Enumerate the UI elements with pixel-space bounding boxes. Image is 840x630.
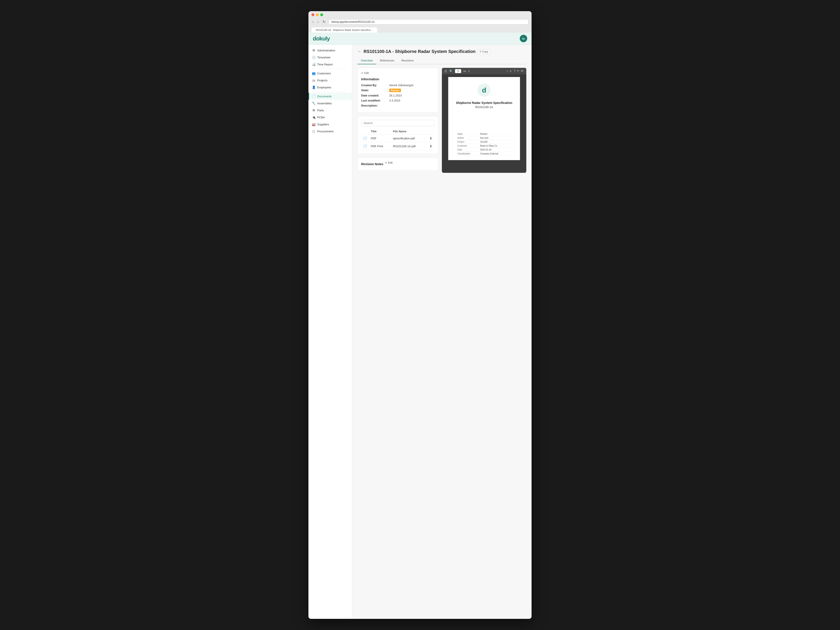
pdf-meta-row-3: Customer Boats & Ships Co: [456, 144, 512, 148]
sidebar-item-documents[interactable]: 📄 Documents: [308, 93, 352, 100]
revision-notes-card: Revision Notes ✏ Edit: [357, 158, 438, 171]
copy-button[interactable]: ⎘ Copy: [478, 49, 490, 54]
sidebar-item-parts[interactable]: ⚙ Parts: [308, 107, 352, 114]
pdf-expand-icon[interactable]: ≫: [521, 69, 524, 73]
pdf-zoom-in-button[interactable]: +: [510, 69, 512, 73]
browser-forward-button[interactable]: ›: [317, 19, 319, 24]
sidebar-item-employees[interactable]: 👤 Employees: [308, 84, 352, 91]
revision-notes-header: Revision Notes ✏ Edit: [361, 161, 435, 167]
pdf-annotate-icon[interactable]: ✏: [517, 69, 519, 73]
pdf-meta-table: State Review Author test user Project: [456, 132, 512, 156]
pdf-doc-number: RS101100-1A: [475, 106, 493, 109]
sidebar-item-suppliers[interactable]: 🏭 Suppliers: [308, 121, 352, 128]
file-icon-0: 📄: [363, 136, 367, 140]
last-modified-label: Last modified:: [361, 99, 387, 102]
page-title-row: ← RS101100-1A - Shipborne Radar System S…: [357, 49, 526, 54]
procurement-icon: 🛒: [312, 129, 316, 133]
state-badge: Review: [389, 88, 401, 92]
address-bar[interactable]: dokuly.app/documents/RS101100-1A: [328, 19, 529, 25]
window-close-dot[interactable]: [311, 13, 314, 16]
created-by-value: Henrik Gårdvangsli: [389, 84, 414, 87]
pdf-meta-key-0: State: [456, 132, 478, 136]
pdf-preview-container: ☰ 🔍 av 2 − + T ✏ ≫: [442, 68, 526, 173]
created-by-label: Created By:: [361, 84, 387, 87]
pdf-search-icon[interactable]: 🔍: [449, 69, 453, 73]
pdf-text-icon[interactable]: T: [514, 69, 516, 73]
browser-tab[interactable]: RS101100-1A - Shipborne Radar System Spe…: [311, 27, 377, 33]
info-row-date-created: Date created: 26.1.2023: [361, 94, 435, 97]
info-row-last-modified: Last modified: 3.3.2023: [361, 99, 435, 102]
projects-icon: 🗂: [312, 79, 316, 82]
files-table: Title File Name 📄 PDF spce: [361, 128, 435, 150]
revision-notes-edit-icon: ✏: [385, 161, 387, 164]
timesheet-icon: 🕐: [312, 55, 316, 59]
state-label: State:: [361, 88, 387, 92]
pdf-page-input[interactable]: [455, 69, 461, 73]
pdf-meta-row-5: Classification Company External: [456, 152, 512, 156]
file-row-0: 📄 PDF spcecification.pdf ⬇: [361, 134, 435, 142]
pdf-meta-row-4: Date 2023-01-26: [456, 148, 512, 152]
pdf-zoom-out-button[interactable]: −: [506, 69, 508, 73]
right-column: ☰ 🔍 av 2 − + T ✏ ≫: [442, 68, 526, 173]
sidebar-item-administration[interactable]: ⚙ Administration: [308, 47, 352, 54]
user-avatar[interactable]: tu: [520, 35, 527, 42]
pdf-meta-key-1: Author: [456, 136, 478, 140]
sidebar-item-timesheet[interactable]: 🕐 Timesheet: [308, 54, 352, 61]
sidebar-item-pcba[interactable]: 🔌 PCBA: [308, 114, 352, 121]
content-columns: ✏ Edit Information Created By: Henrik Gå…: [357, 68, 526, 173]
browser-refresh-button[interactable]: ↻: [322, 19, 326, 24]
suppliers-icon: 🏭: [312, 123, 316, 126]
left-column: ✏ Edit Information Created By: Henrik Gå…: [357, 68, 438, 173]
sidebar-item-assemblies[interactable]: 🔧 Assemblies: [308, 100, 352, 107]
file-title-1: PDF Print: [369, 142, 391, 150]
window-minimize-dot[interactable]: [316, 13, 319, 16]
download-icon-1[interactable]: ⬇: [429, 144, 432, 148]
pdf-logo-letter: d: [482, 86, 486, 94]
back-arrow-button[interactable]: ←: [357, 49, 362, 54]
col-filename-header: File Name: [391, 128, 428, 134]
pdf-logo-circle: d: [477, 84, 491, 97]
date-created-value: 26.1.2023: [389, 94, 402, 97]
info-heading: Information: [361, 77, 435, 81]
pdf-meta-row-1: Author test user: [456, 136, 512, 140]
sidebar: ⚙ Administration 🕐 Timesheet 📊 Time Repo…: [308, 45, 352, 619]
sidebar-item-projects[interactable]: 🗂 Projects: [308, 77, 352, 84]
tabs-row: Overview References Revisions: [357, 57, 526, 64]
pdf-zoom-controls: − + T ✏ ≫: [506, 69, 524, 73]
files-search-input[interactable]: [361, 120, 435, 126]
pdf-meta-row-0: State Review: [456, 132, 512, 136]
sidebar-item-customers[interactable]: 👥 Customers: [308, 70, 352, 77]
tab-references[interactable]: References: [376, 57, 398, 64]
download-icon-0[interactable]: ⬇: [429, 136, 432, 140]
sidebar-divider-2: [312, 92, 349, 92]
assemblies-icon: 🔧: [312, 101, 316, 105]
revision-notes-edit-link[interactable]: ✏ Edit: [385, 161, 393, 164]
file-filename-1: RS101100-1A.pdf: [391, 142, 428, 150]
window-maximize-dot[interactable]: [320, 13, 323, 16]
app-logo: dokuly: [313, 35, 330, 42]
tab-revisions[interactable]: Revisions: [398, 57, 417, 64]
pdf-meta-val-5: Company External: [478, 152, 513, 156]
pdf-sidebar-icon[interactable]: ☰: [445, 69, 447, 73]
file-title-0: PDF: [369, 134, 391, 142]
description-label: Description:: [361, 104, 387, 107]
administration-icon: ⚙: [312, 49, 316, 52]
date-created-label: Date created:: [361, 94, 387, 97]
sidebar-item-time-report[interactable]: 📊 Time Report: [308, 61, 352, 68]
info-row-created-by: Created By: Henrik Gårdvangsli: [361, 84, 435, 87]
browser-back-button[interactable]: ‹: [311, 19, 314, 24]
file-filename-0: spcecification.pdf: [391, 134, 428, 142]
app-header: dokuly tu: [308, 33, 532, 45]
pdf-doc-title: Shipborne Radar System Specification: [456, 101, 512, 104]
revision-notes-title: Revision Notes: [361, 162, 383, 166]
pdf-toolbar: ☰ 🔍 av 2 − + T ✏ ≫: [442, 68, 526, 74]
page-title: RS101100-1A - Shipborne Radar System Spe…: [363, 49, 475, 54]
edit-link[interactable]: ✏ Edit: [361, 71, 435, 74]
tab-overview[interactable]: Overview: [357, 57, 376, 64]
pdf-page: d Shipborne Radar System Specification R…: [448, 77, 520, 160]
pdf-page-separator: av: [463, 69, 466, 73]
sidebar-item-procurement[interactable]: 🛒 Procurement: [308, 128, 352, 135]
col-icon-header: [361, 128, 369, 134]
info-section: Information Created By: Henrik Gårdvangs…: [361, 77, 435, 107]
customers-icon: 👥: [312, 71, 316, 75]
